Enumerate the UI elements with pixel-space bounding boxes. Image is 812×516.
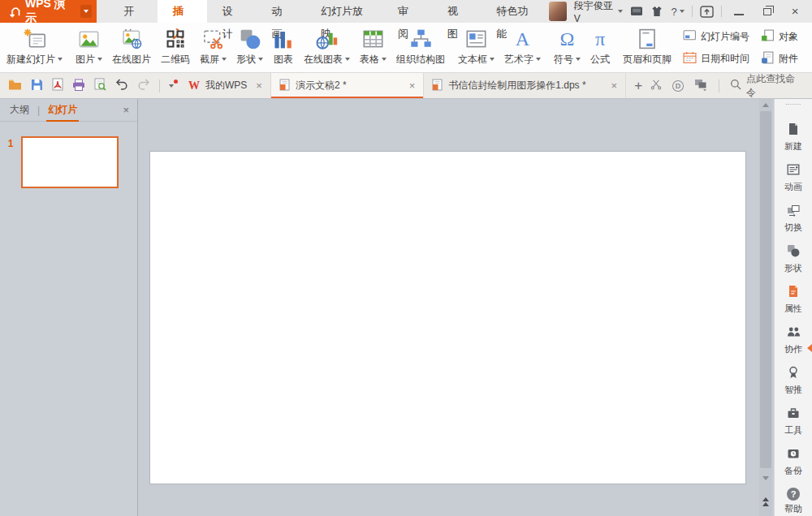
tab-special-features[interactable]: 特色功能 [481,0,548,23]
tab-animation[interactable]: 动画 [256,0,305,23]
sidebar-item-collaboration[interactable]: 协作 [784,325,802,355]
table-button[interactable]: 表格 [355,25,391,71]
screenshot-button[interactable]: 截屏 [195,25,231,71]
notification-dot [174,80,178,84]
scroll-down-button[interactable] [759,472,772,484]
picture-button[interactable]: 图片 [71,25,107,71]
wordart-button[interactable]: A 艺术字 [499,25,546,71]
new-slide-button[interactable]: 新建幻灯片 [2,25,67,71]
slide-panel: 大纲 | 幻灯片 × 1 [0,99,138,516]
message-center-icon[interactable] [630,4,643,19]
sidebar-item-new[interactable]: 新建 [784,123,802,153]
customize-toolbar-caret[interactable] [169,84,174,88]
date-time-button[interactable]: 日期和时间 [683,51,749,67]
collaboration-icon [787,325,801,341]
sidebar-item-properties[interactable]: 属性 [784,285,802,315]
tab-slideshow[interactable]: 幻灯片放映 [305,0,382,23]
shapes-button[interactable]: 形状 [231,25,268,71]
doc-tab-my-wps[interactable]: W 我的WPS × [180,73,271,98]
close-tab-icon[interactable]: × [256,80,262,92]
search-icon [730,79,741,92]
outline-tab[interactable]: 大纲 [8,99,31,122]
table-icon [362,28,384,50]
sidebar-item-smart-recommend[interactable]: 智推 [784,366,802,396]
object-button[interactable]: 对象 [761,29,798,45]
tab-view[interactable]: 视图 [432,0,482,23]
sidebar-item-transition[interactable]: 切换 [784,204,802,234]
sidebar-item-tools[interactable]: 工具 [784,406,802,436]
qr-code-button[interactable]: 二维码 [156,25,195,71]
object-icon [761,29,775,45]
sidebar-item-backup[interactable]: 备份 [784,447,802,477]
scroll-up-button[interactable] [759,99,772,110]
tab-insert[interactable]: 插入 [158,0,207,23]
formula-button[interactable]: π 公式 [585,25,615,71]
close-button[interactable]: × [785,0,806,23]
close-panel-icon[interactable]: × [123,104,129,116]
app-menu-caret[interactable] [80,5,93,18]
tab-design[interactable]: 设计 [207,0,257,23]
slide-thumbnail-row: 1 [0,136,137,188]
redo-icon[interactable] [137,79,150,92]
vertical-scrollbar[interactable] [759,99,772,516]
picture-icon [78,28,100,50]
sidebar-handle[interactable] [786,104,801,105]
slide-thumbnail-1[interactable] [21,136,119,188]
tabbar-right-tools: D 点此查找命令 [650,73,812,98]
switch-window-icon[interactable] [694,79,708,93]
help-icon: ? [787,488,800,501]
restore-button[interactable] [757,0,777,23]
export-pdf-icon[interactable] [52,78,63,93]
new-tab-button[interactable]: + [626,73,650,98]
animation-pane-icon [787,163,800,178]
fullscreen-icon[interactable] [700,4,714,19]
online-picture-button[interactable]: 在线图片 [107,25,156,71]
wps-home-icon: W [188,80,200,92]
scroll-to-top-button[interactable] [759,493,772,510]
scissors-icon[interactable] [650,79,662,92]
sidebar-item-animation[interactable]: 动画 [784,163,802,193]
sidebar-expand-arrow[interactable] [807,344,812,352]
command-search[interactable]: 点此查找命令 [730,72,804,100]
open-file-icon[interactable] [8,79,22,93]
sidebar-item-help[interactable]: ? 帮助 [784,488,802,515]
slide-number-button[interactable]: 幻灯片编号 [683,29,749,45]
pi-formula-icon: π [595,28,605,50]
chart-button[interactable]: 图表 [268,25,299,71]
audio-button[interactable]: 音频 [808,25,812,71]
slide-number-icon [683,29,697,44]
history-version-icon[interactable]: D [672,80,684,92]
doc-tab-letter-envelope[interactable]: 书信信封绘制用图形操作1.dps * × [424,73,626,98]
minimize-button[interactable] [729,0,749,23]
undo-icon[interactable] [115,79,128,92]
print-preview-icon[interactable] [94,78,106,93]
new-doc-icon [787,123,800,138]
close-tab-icon[interactable]: × [409,80,416,92]
print-icon[interactable] [72,79,85,93]
doc-tab-presentation2[interactable]: 演示文稿2 * × [271,73,424,98]
tab-home[interactable]: 开始 [108,0,158,23]
scrollbar-thumb[interactable] [760,111,771,468]
tab-review[interactable]: 审阅 [382,0,432,23]
date-time-icon [683,51,697,67]
editing-canvas[interactable] [138,99,774,516]
text-box-button[interactable]: 文本框 [453,25,499,71]
attachment-button[interactable]: 附件 [761,51,798,67]
user-avatar[interactable] [549,2,567,21]
skin-icon[interactable] [650,4,663,19]
shapes-icon [240,28,261,50]
online-chart-icon [316,28,338,50]
close-tab-icon[interactable]: × [611,80,618,92]
slides-tab[interactable]: 幻灯片 [46,99,79,122]
org-chart-button[interactable]: 组织结构图 [391,25,450,71]
online-chart-button[interactable]: 在线图表 [299,25,355,71]
header-footer-button[interactable]: 页眉和页脚 [618,25,676,71]
wps-logo-icon: ⮏ [8,5,19,19]
symbol-button[interactable]: Ω 符号 [549,25,585,71]
user-account[interactable]: 段宇俊亚V [574,0,623,24]
help-menu[interactable]: ? [671,6,684,18]
app-logo[interactable]: ⮏ WPS 演示 [0,0,97,23]
save-icon[interactable] [31,79,43,93]
slide-editing-surface[interactable] [149,151,746,484]
sidebar-item-shapes[interactable]: 形状 [784,244,802,274]
